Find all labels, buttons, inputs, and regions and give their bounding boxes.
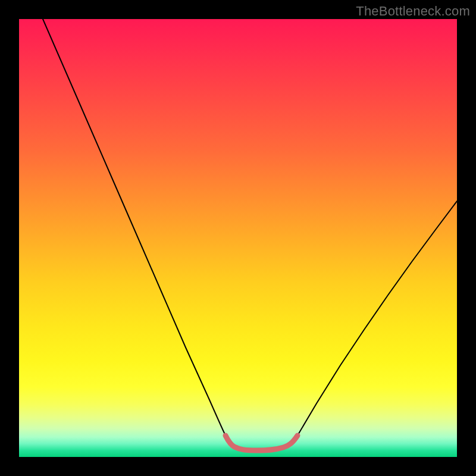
watermark-text: TheBottleneck.com — [356, 4, 470, 19]
bottleneck-curve — [43, 19, 457, 450]
chart-frame: TheBottleneck.com — [0, 0, 476, 476]
plot-area — [19, 19, 457, 457]
bottom-accent — [226, 436, 298, 450]
bottleneck-curve-svg — [19, 19, 457, 457]
